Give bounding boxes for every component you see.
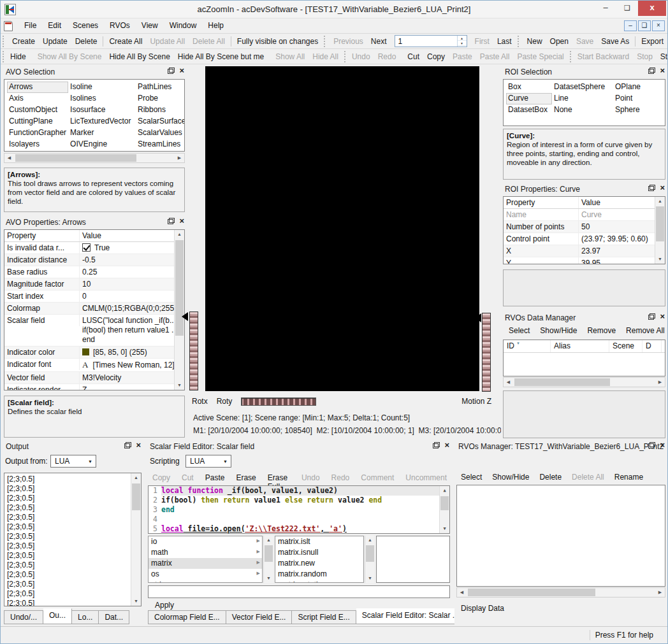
roi-item-box[interactable]: Box (506, 82, 552, 93)
property-value[interactable]: True (80, 242, 184, 254)
property-row[interactable]: Magnitude factor10 (4, 278, 184, 290)
checkbox-checked-icon[interactable] (82, 243, 91, 252)
tab-script-field-e-[interactable]: Script Field E... (292, 610, 356, 624)
property-row[interactable]: Base radius0.25 (4, 266, 184, 278)
property-value[interactable]: 0.25 (80, 266, 184, 278)
avo-item-streamlines[interactable]: StreamLines (136, 139, 182, 150)
library-vscrollbar[interactable]: ▲▼ (263, 536, 273, 583)
toolbar-button-delete[interactable]: Delete (71, 35, 101, 48)
toolbar-button-start-forward[interactable]: Start Forward (657, 50, 667, 63)
code-line[interactable]: 4 (149, 515, 449, 524)
mgr-button-show-hide[interactable]: Show/Hide (487, 471, 534, 483)
code-line[interactable]: 1local function _if(bool, value1, value2… (149, 486, 449, 496)
close-panel-icon[interactable]: × (660, 68, 665, 74)
float-icon[interactable] (648, 313, 655, 320)
property-row[interactable]: Is invalid data r...True (4, 242, 184, 254)
close-panel-icon[interactable]: × (660, 185, 665, 191)
property-value[interactable]: 50 (579, 221, 665, 233)
roty-label[interactable]: Roty (217, 397, 233, 406)
property-row[interactable]: X23.97 (504, 245, 665, 257)
code-line[interactable]: 5local file=io.open('Z:\\Test222.txt', '… (149, 524, 449, 534)
close-panel-icon[interactable]: × (136, 442, 141, 448)
scroll-right-icon[interactable]: ▶ (175, 154, 184, 162)
rvos-manager-hscrollbar[interactable]: ◀▶ (456, 587, 665, 597)
float-icon[interactable] (648, 68, 655, 74)
roi-item-datasetsphere[interactable]: DatasetSphere (552, 82, 613, 93)
property-value[interactable]: M3!Velocity (80, 372, 184, 383)
member-item[interactable]: matrix.rotation (275, 580, 363, 583)
library-item-io[interactable]: io▶ (149, 536, 262, 547)
properties-vscrollbar[interactable]: ▲▼ (655, 197, 665, 264)
rdm-col-id[interactable]: ID▼ (504, 340, 551, 352)
member-vscrollbar[interactable]: ▲▼ (365, 536, 374, 583)
avo-item-functiongrapher[interactable]: FunctionGrapher (7, 127, 68, 139)
float-icon[interactable] (168, 68, 175, 74)
avo-item-ribbons[interactable]: Ribbons (136, 104, 182, 116)
float-icon[interactable] (124, 442, 131, 448)
menu-file[interactable]: File (18, 18, 42, 34)
tab-dat-[interactable]: Dat... (99, 610, 129, 624)
mdi-close-button[interactable]: × (652, 20, 665, 31)
rotx-label[interactable]: Rotx (192, 397, 208, 406)
close-panel-icon[interactable]: × (179, 218, 184, 224)
close-panel-icon[interactable]: × (444, 442, 449, 448)
avo-item-isolayers[interactable]: Isolayers (7, 139, 68, 150)
property-row[interactable]: Indicator distance-0.5 (4, 254, 184, 266)
menu-rvos[interactable]: RVOs (104, 18, 136, 34)
tab-undo-[interactable]: Undo/... (4, 610, 43, 624)
toolbar-button-last[interactable]: Last (493, 35, 516, 48)
avo-item-isolines[interactable]: Isolines (68, 93, 136, 104)
roi-item-curve[interactable]: Curve (506, 93, 552, 104)
mdi-minimize-button[interactable]: – (624, 20, 637, 31)
output-vscrollbar[interactable]: ▲▼ (131, 473, 141, 606)
spinner-arrows-icon[interactable]: ▲▼ (457, 36, 467, 47)
property-value[interactable]: Curve (579, 209, 665, 220)
property-value[interactable]: 39.95 (579, 257, 665, 264)
close-panel-icon[interactable]: × (660, 442, 665, 448)
rvos-data-hscrollbar[interactable]: ◀▶ (503, 377, 665, 387)
avo-item-oivengine[interactable]: OIVEngine (68, 139, 136, 150)
rdm-col-alias[interactable]: Alias (551, 340, 609, 352)
property-row[interactable]: Y39.95 (504, 257, 665, 264)
rdm-button-select[interactable]: Select (504, 324, 535, 337)
avo-item-cuttingplane[interactable]: CuttingPlane (7, 116, 68, 127)
roi-item-datasetbox[interactable]: DatasetBox (506, 104, 552, 116)
rdm-button-remove-all[interactable]: Remove All (621, 324, 667, 337)
toolbar-button-new[interactable]: New (523, 35, 546, 48)
float-icon[interactable] (648, 442, 655, 448)
avo-item-customobject[interactable]: CustomObject (7, 104, 68, 116)
close-panel-icon[interactable]: × (660, 313, 665, 320)
tab-colormap-field-e-[interactable]: Colormap Field E... (148, 610, 226, 624)
rdm-col-d[interactable]: D (643, 340, 662, 352)
property-value[interactable]: 0 (80, 290, 184, 302)
tab-lo-[interactable]: Lo... (72, 610, 99, 624)
property-value[interactable]: (23.97; 39.95; 0.60) (579, 233, 665, 245)
avo-item-arrows[interactable]: Arrows (7, 82, 68, 93)
menu-help[interactable]: Help (202, 18, 229, 34)
property-row[interactable]: Indicator color[85, 85, 0] (255) (4, 347, 184, 359)
property-value[interactable]: A[Times New Roman, 12] (80, 359, 184, 371)
scroll-left-icon[interactable]: ◀ (4, 154, 14, 162)
property-row[interactable]: Start index0 (4, 290, 184, 303)
member-item[interactable]: matrix.new (275, 558, 363, 569)
property-value[interactable]: Z (80, 384, 184, 390)
toolbar-button-export[interactable]: Export (637, 35, 667, 48)
property-row[interactable]: Number of points50 (504, 221, 665, 233)
roi-item-line[interactable]: Line (552, 93, 613, 104)
property-value[interactable]: [85, 85, 0] (255) (80, 347, 184, 358)
property-value[interactable]: 23.97 (579, 245, 665, 257)
avo-item-probe[interactable]: Probe (136, 93, 182, 104)
property-value[interactable]: CMLM(0;15;RGBA(0;0;255;... (80, 303, 184, 314)
library-item-matrix[interactable]: matrix▶ (149, 558, 262, 569)
float-icon[interactable] (433, 442, 440, 448)
mdi-restore-button[interactable]: ❑ (638, 20, 651, 31)
avo-hscrollbar[interactable]: ◀▶ (4, 153, 185, 163)
toolbar-button-create[interactable]: Create (8, 35, 39, 48)
library-item-os[interactable]: os▶ (149, 569, 262, 580)
menu-edit[interactable]: Edit (42, 18, 67, 34)
toolbar-button-hide-all-by-scene-but-me[interactable]: Hide All By Scene but me (174, 50, 268, 63)
avo-item-axis[interactable]: Axis (7, 93, 68, 104)
toolbar-button-hide[interactable]: Hide (6, 50, 30, 63)
float-icon[interactable] (648, 185, 655, 191)
toolbar-button-hide-all-by-scene[interactable]: Hide All By Scene (105, 50, 173, 63)
